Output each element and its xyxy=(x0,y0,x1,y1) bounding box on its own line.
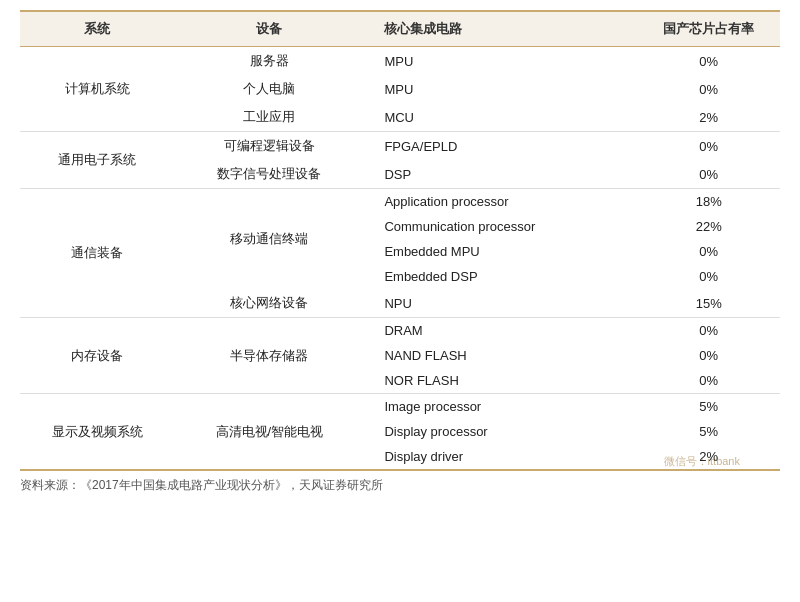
cell-rate: 0% xyxy=(638,264,781,289)
cell-device: 数字信号处理设备 xyxy=(174,160,364,189)
cell-device: 可编程逻辑设备 xyxy=(174,132,364,161)
cell-system: 显示及视频系统 xyxy=(20,394,174,471)
cell-rate: 0% xyxy=(638,47,781,76)
cell-device: 高清电视/智能电视 xyxy=(174,394,364,471)
cell-rate: 18% xyxy=(638,189,781,215)
table-row: 计算机系统服务器MPU0% xyxy=(20,47,780,76)
cell-rate: 5% xyxy=(638,394,781,420)
cell-chip: Embedded DSP xyxy=(364,264,637,289)
table-row: 显示及视频系统高清电视/智能电视Image processor5% xyxy=(20,394,780,420)
table-row: 内存设备半导体存储器DRAM0% xyxy=(20,318,780,344)
cell-rate: 0% xyxy=(638,368,781,394)
cell-device: 服务器 xyxy=(174,47,364,76)
cell-chip: NOR FLASH xyxy=(364,368,637,394)
cell-rate: 0% xyxy=(638,160,781,189)
cell-chip: Embedded MPU xyxy=(364,239,637,264)
cell-device: 移动通信终端 xyxy=(174,189,364,290)
cell-system: 计算机系统 xyxy=(20,47,174,132)
cell-chip: MCU xyxy=(364,103,637,132)
cell-chip: FPGA/EPLD xyxy=(364,132,637,161)
cell-chip: NPU xyxy=(364,289,637,318)
cell-device: 核心网络设备 xyxy=(174,289,364,318)
cell-rate: 15% xyxy=(638,289,781,318)
main-table: 系统 设备 核心集成电路 国产芯片占有率 计算机系统服务器MPU0%个人电脑MP… xyxy=(20,10,780,471)
cell-chip: MPU xyxy=(364,75,637,103)
cell-rate: 0% xyxy=(638,75,781,103)
table-body: 计算机系统服务器MPU0%个人电脑MPU0%工业应用MCU2%通用电子系统可编程… xyxy=(20,47,780,471)
cell-device: 半导体存储器 xyxy=(174,318,364,394)
cell-chip: NAND FLASH xyxy=(364,343,637,368)
header-device: 设备 xyxy=(174,11,364,47)
cell-chip: Display processor xyxy=(364,419,637,444)
cell-rate: 0% xyxy=(638,343,781,368)
cell-rate: 2%微信号：ittbank xyxy=(638,444,781,470)
cell-rate: 2% xyxy=(638,103,781,132)
cell-device: 个人电脑 xyxy=(174,75,364,103)
cell-rate: 0% xyxy=(638,132,781,161)
header-system: 系统 xyxy=(20,11,174,47)
table-row: 通信装备移动通信终端Application processor18% xyxy=(20,189,780,215)
table-row: 通用电子系统可编程逻辑设备FPGA/EPLD0% xyxy=(20,132,780,161)
cell-system: 通用电子系统 xyxy=(20,132,174,189)
cell-system: 通信装备 xyxy=(20,189,174,318)
cell-chip: Communication processor xyxy=(364,214,637,239)
cell-chip: Display driver xyxy=(364,444,637,470)
cell-system: 内存设备 xyxy=(20,318,174,394)
header-rate: 国产芯片占有率 xyxy=(638,11,781,47)
cell-chip: MPU xyxy=(364,47,637,76)
header-chip: 核心集成电路 xyxy=(364,11,637,47)
cell-chip: Image processor xyxy=(364,394,637,420)
cell-chip: DSP xyxy=(364,160,637,189)
cell-rate: 0% xyxy=(638,318,781,344)
cell-rate: 5% xyxy=(638,419,781,444)
cell-chip: DRAM xyxy=(364,318,637,344)
footer-text: 资料来源：《2017年中国集成电路产业现状分析》，天风证券研究所 xyxy=(20,477,780,494)
cell-device: 工业应用 xyxy=(174,103,364,132)
cell-rate: 22% xyxy=(638,214,781,239)
cell-rate: 0% xyxy=(638,239,781,264)
cell-chip: Application processor xyxy=(364,189,637,215)
table-header-row: 系统 设备 核心集成电路 国产芯片占有率 xyxy=(20,11,780,47)
